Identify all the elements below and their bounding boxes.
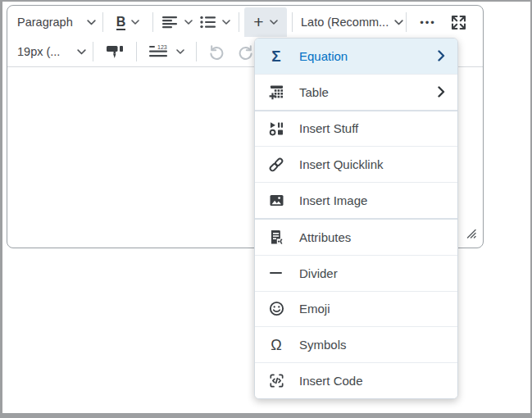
screenshot-frame: Paragraph B	[0, 0, 532, 418]
toolbar-divider	[136, 42, 137, 61]
chevron-down-icon	[77, 49, 86, 55]
line-spacing-dropdown-button[interactable]: 123	[142, 39, 191, 65]
menu-item-insert-quicklink[interactable]: Insert Quicklink	[255, 146, 457, 182]
submenu-chevron-icon	[438, 86, 445, 98]
paint-roller-icon	[106, 44, 124, 59]
menu-item-emoji[interactable]: Emoji	[255, 291, 457, 327]
toolbar-divider	[102, 12, 103, 32]
chevron-down-icon	[222, 20, 230, 25]
font-family-dropdown[interactable]: Lato (Recomm...	[298, 9, 401, 35]
undo-icon	[208, 43, 225, 60]
fullscreen-expand-icon	[451, 15, 466, 30]
toolbar-divider	[152, 12, 153, 32]
menu-item-equation[interactable]: Σ Equation	[255, 39, 457, 74]
alignment-dropdown-button[interactable]	[158, 9, 196, 35]
font-size-dropdown[interactable]: 19px (...	[16, 39, 88, 65]
toolbar-divider	[239, 12, 239, 32]
toolbar-row-1: Paragraph B	[7, 7, 483, 37]
menu-item-label: Insert Stuff	[299, 121, 358, 135]
chevron-down-icon	[87, 20, 96, 25]
omega-icon: Ω	[267, 338, 285, 352]
page-attributes-icon	[267, 229, 285, 245]
plus-icon: +	[253, 14, 263, 30]
list-dropdown-button[interactable]	[196, 9, 234, 35]
menu-item-divider[interactable]: Divider	[255, 255, 457, 291]
list-123-glyph: 123	[157, 45, 167, 50]
menu-item-insert-image[interactable]: Insert Image	[255, 182, 457, 218]
bold-button[interactable]: B	[108, 9, 148, 35]
menu-item-label: Table	[299, 85, 329, 99]
menu-item-label: Emoji	[299, 302, 330, 316]
chevron-down-icon	[176, 49, 184, 54]
table-add-icon	[267, 84, 285, 100]
menu-item-label: Equation	[299, 49, 348, 63]
menu-item-label: Insert Quicklink	[299, 157, 384, 171]
chevron-down-icon	[184, 20, 193, 25]
numbered-lines-icon: 123	[149, 45, 171, 58]
menu-item-table[interactable]: Table	[255, 74, 457, 110]
ellipsis-icon: •••	[420, 16, 436, 29]
code-brackets-icon	[267, 373, 285, 388]
fullscreen-button[interactable]	[444, 9, 472, 35]
smiley-icon	[267, 301, 285, 316]
submenu-chevron-icon	[438, 50, 445, 61]
undo-button[interactable]	[202, 39, 231, 65]
chain-link-icon	[267, 157, 285, 173]
font-size-value: 19px (...	[17, 45, 60, 58]
format-painter-button[interactable]	[98, 39, 131, 65]
menu-item-insert-code[interactable]: Insert Code	[255, 362, 457, 398]
font-family-value: Lato (Recomm...	[301, 16, 389, 29]
chevron-down-icon	[131, 20, 139, 25]
menu-item-label: Insert Code	[299, 374, 363, 388]
menu-item-label: Insert Image	[299, 193, 367, 207]
menu-item-insert-stuff[interactable]: Insert Stuff	[255, 110, 457, 147]
menu-item-label: Divider	[299, 266, 338, 280]
media-shapes-icon	[267, 121, 285, 136]
sigma-icon: Σ	[267, 48, 285, 64]
menu-item-attributes[interactable]: Attributes	[255, 218, 457, 255]
editor-resize-handle[interactable]	[465, 227, 477, 243]
overflow-button[interactable]: •••	[412, 9, 444, 35]
redo-icon	[238, 43, 254, 60]
align-left-icon	[162, 16, 179, 29]
toolbar-divider	[196, 42, 197, 61]
toolbar-divider	[93, 42, 93, 61]
paragraph-format-dropdown[interactable]: Paragraph	[16, 9, 98, 35]
toolbar-divider	[292, 12, 293, 32]
bullet-list-icon	[200, 16, 216, 29]
insert-dropdown-button[interactable]: +	[244, 7, 287, 37]
horizontal-line-icon	[267, 266, 285, 280]
toolbar-divider	[406, 12, 407, 32]
picture-icon	[267, 193, 285, 208]
insert-menu: Σ Equation Table	[254, 38, 458, 399]
chevron-down-icon	[270, 20, 278, 25]
paragraph-format-value: Paragraph	[17, 16, 73, 29]
chevron-down-icon	[394, 20, 403, 25]
menu-item-symbols[interactable]: Ω Symbols	[255, 326, 457, 362]
menu-item-label: Symbols	[299, 338, 347, 352]
menu-item-label: Attributes	[299, 230, 351, 244]
bold-icon: B	[116, 15, 126, 30]
